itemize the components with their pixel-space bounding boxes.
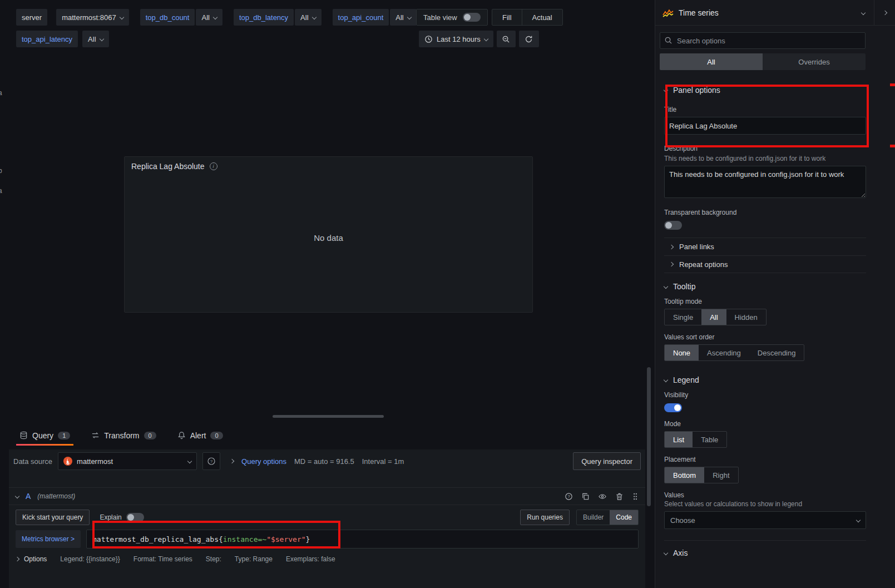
info-icon[interactable]: i — [210, 162, 217, 170]
search-options-input[interactable] — [660, 32, 866, 49]
var-value-top-db-count-dropdown[interactable]: All — [196, 9, 222, 26]
axis-section-header[interactable]: Axis — [664, 549, 866, 557]
duplicate-query-icon[interactable] — [581, 492, 590, 501]
var-label-top-api-count[interactable]: top_api_count — [333, 9, 389, 26]
tooltip-mode-all[interactable]: All — [701, 309, 726, 325]
legend-mode-label: Mode — [664, 420, 866, 428]
kick-start-button[interactable]: Kick start your query — [16, 510, 90, 525]
refresh-button[interactable] — [519, 31, 539, 47]
legend-values-label: Values — [664, 491, 866, 499]
code-option[interactable]: Code — [610, 510, 638, 525]
collapse-options-pane-button[interactable] — [874, 0, 895, 25]
query-ref-row: A (mattermost) ? — [9, 487, 645, 505]
viz-picker-dropdown-button[interactable] — [853, 0, 874, 25]
datasource-picker[interactable]: mattermost — [58, 452, 197, 470]
chevron-right-icon — [230, 459, 234, 463]
var-value-server-dropdown[interactable]: mattermost:8067 — [56, 9, 129, 26]
query-options-toggle[interactable]: Query options — [241, 457, 286, 466]
actual-option[interactable]: Actual — [522, 9, 562, 25]
fill-option[interactable]: Fill — [492, 9, 522, 25]
legend-visibility-toggle[interactable] — [664, 403, 682, 412]
placement-bottom[interactable]: Bottom — [665, 467, 704, 483]
tab-query[interactable]: Query 1 — [16, 425, 73, 446]
panel-links-section[interactable]: Panel links — [664, 238, 866, 255]
legend-mode-list[interactable]: List — [665, 432, 693, 447]
table-view-toggle[interactable] — [463, 13, 481, 22]
tab-all[interactable]: All — [660, 53, 763, 70]
metrics-browser-button[interactable]: Metrics browser > — [16, 530, 81, 548]
var-value-top-api-latency-dropdown[interactable]: All — [82, 31, 108, 47]
step-meta: Step: — [206, 555, 221, 563]
chevron-down-icon[interactable] — [15, 494, 19, 498]
drag-handle-icon[interactable] — [632, 492, 639, 501]
tooltip-mode-single[interactable]: Single — [665, 309, 701, 325]
var-label-top-api-latency[interactable]: top_api_latency — [16, 31, 78, 47]
editor-tabs: Query 1 Transform 0 Alert 0 — [16, 425, 226, 446]
query-options-interval: Interval = 1m — [362, 457, 404, 466]
datasource-row: Data source mattermost ? — [9, 449, 645, 473]
transparent-background-toggle[interactable] — [664, 221, 682, 230]
query-ref-id[interactable]: A — [26, 492, 31, 501]
svg-text:?: ? — [210, 459, 213, 464]
panel-title-input[interactable] — [664, 117, 866, 135]
tab-alert[interactable]: Alert 0 — [174, 425, 226, 446]
legend-values-placeholder: Choose — [670, 516, 695, 525]
run-queries-button[interactable]: Run queries — [520, 510, 570, 525]
var-value-server: mattermost:8067 — [62, 13, 116, 22]
tooltip-section-header[interactable]: Tooltip — [664, 282, 866, 291]
sort-ascending[interactable]: Ascending — [699, 345, 749, 360]
help-circle-icon[interactable]: ? — [565, 492, 573, 501]
legend-header-label: Legend — [673, 375, 699, 384]
explain-toggle[interactable] — [126, 513, 144, 522]
viz-picker-header: Time series — [655, 0, 895, 26]
tooltip-mode-group: Single All Hidden — [664, 309, 767, 325]
options-toggle[interactable]: Options — [16, 555, 47, 563]
tooltip-mode-hidden[interactable]: Hidden — [726, 309, 766, 325]
builder-option[interactable]: Builder — [577, 510, 610, 525]
var-label-server[interactable]: server — [16, 9, 47, 26]
delete-query-trash-icon[interactable] — [615, 492, 624, 501]
values-sort-order-group: None Ascending Descending — [664, 344, 804, 361]
viz-name: Time series — [679, 8, 719, 17]
query-options-cluster: Query options MD = auto = 916.5 Interval… — [230, 457, 404, 466]
query-editor: Data source mattermost ? — [9, 449, 645, 588]
var-label-top-db-count[interactable]: top_db_count — [140, 9, 195, 26]
tab-overrides[interactable]: Overrides — [763, 53, 866, 70]
repeat-options-section[interactable]: Repeat options — [664, 255, 866, 273]
tab-transform[interactable]: Transform 0 — [88, 425, 159, 446]
panel-options-section-header[interactable]: Panel options — [664, 86, 866, 95]
hide-query-eye-icon[interactable] — [598, 492, 607, 501]
main-scrollbar[interactable] — [647, 367, 651, 506]
legend-values-select[interactable]: Choose — [664, 511, 866, 529]
time-range-picker[interactable]: Last 12 hours — [419, 31, 493, 47]
annotation-tick-top — [890, 83, 895, 86]
datasource-help-button[interactable]: ? — [202, 452, 220, 470]
chevron-down-icon — [664, 88, 668, 92]
sort-none[interactable]: None — [665, 345, 699, 360]
query-inspector-button[interactable]: Query inspector — [573, 452, 641, 470]
legend-mode-table[interactable]: Table — [693, 432, 726, 447]
panel-preview-title: Replica Lag Absolute — [131, 162, 205, 171]
explain-label: Explain — [100, 513, 121, 521]
toolbar-row-1: server mattermost:8067 top_db_count All … — [16, 9, 417, 26]
var-label-top-db-latency[interactable]: top_db_latency — [234, 9, 294, 26]
zoom-out-button[interactable] — [497, 31, 516, 47]
toolbar-row-2: top_api_latency All — [16, 31, 109, 47]
viz-header-controls — [853, 0, 895, 25]
promql-code-input[interactable]: mattermost_db_replica_lag_abs{instance=~… — [86, 530, 639, 549]
top-api-latency-variable: top_api_latency All — [16, 31, 109, 47]
sort-descending[interactable]: Descending — [749, 345, 804, 360]
query-ref-datasource: (mattermost) — [37, 492, 75, 500]
editor-resize-handle[interactable] — [273, 415, 384, 418]
chevron-down-icon — [119, 15, 123, 19]
panel-description-textarea[interactable]: This needs to be configured in config.js… — [664, 166, 866, 198]
chevron-down-icon — [856, 518, 861, 522]
panel-preview: Replica Lag Absolute i No data — [124, 156, 533, 313]
legend-section-header[interactable]: Legend — [664, 375, 866, 384]
placement-right[interactable]: Right — [704, 467, 738, 483]
top-api-count-variable: top_api_count All — [333, 9, 417, 26]
panel-preview-header[interactable]: Replica Lag Absolute i — [125, 157, 532, 176]
var-value-top-db-latency-dropdown[interactable]: All — [295, 9, 321, 26]
zoom-out-icon — [502, 35, 510, 43]
var-value-top-api-count-dropdown[interactable]: All — [390, 9, 416, 26]
